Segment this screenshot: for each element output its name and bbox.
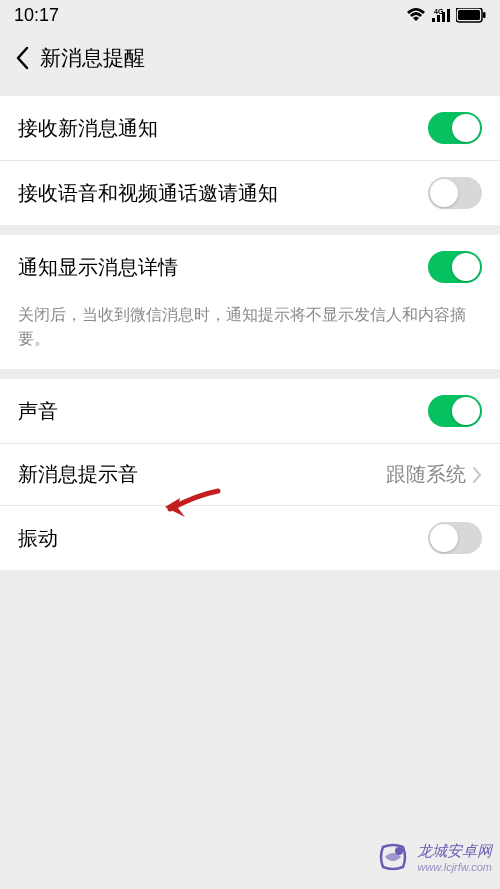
watermark-url: www.lcjrfw.com <box>417 861 492 873</box>
setting-label: 声音 <box>18 400 58 422</box>
chevron-left-icon <box>15 46 29 70</box>
toggle-show-details[interactable] <box>428 251 482 283</box>
status-time: 10:17 <box>14 5 59 26</box>
page-title: 新消息提醒 <box>40 44 145 72</box>
toggle-knob <box>452 253 480 281</box>
wifi-icon <box>406 7 426 23</box>
watermark-name: 龙城安卓网 <box>417 842 492 861</box>
setting-row-show-details[interactable]: 通知显示消息详情 <box>0 235 500 299</box>
setting-row-sound[interactable]: 声音 <box>0 379 500 444</box>
status-icons: 4G <box>406 7 486 23</box>
setting-label: 接收语音和视频通话邀请通知 <box>18 182 278 204</box>
setting-row-alert-tone[interactable]: 新消息提示音 跟随系统 <box>0 444 500 506</box>
setting-label: 振动 <box>18 527 58 549</box>
setting-value: 跟随系统 <box>386 461 466 488</box>
toggle-knob <box>430 179 458 207</box>
settings-section-notifications: 接收新消息通知 接收语音和视频通话邀请通知 <box>0 96 500 225</box>
toggle-vibrate[interactable] <box>428 522 482 554</box>
toggle-sound[interactable] <box>428 395 482 427</box>
section-divider <box>0 86 500 96</box>
setting-row-voice-video[interactable]: 接收语音和视频通话邀请通知 <box>0 161 500 225</box>
svg-rect-4 <box>447 9 450 22</box>
toggle-new-message[interactable] <box>428 112 482 144</box>
setting-row-new-message[interactable]: 接收新消息通知 <box>0 96 500 161</box>
setting-description: 关闭后，当收到微信消息时，通知提示将不显示发信人和内容摘要。 <box>0 299 500 369</box>
watermark-logo-icon <box>375 839 411 875</box>
setting-label: 新消息提示音 <box>18 463 138 485</box>
signal-icon: 4G <box>432 8 450 22</box>
setting-label: 接收新消息通知 <box>18 117 158 139</box>
chevron-right-icon <box>472 466 482 484</box>
svg-rect-1 <box>432 18 435 22</box>
section-divider <box>0 225 500 235</box>
settings-section-sound: 声音 新消息提示音 跟随系统 振动 <box>0 379 500 570</box>
section-divider <box>0 369 500 379</box>
toggle-knob <box>452 397 480 425</box>
toggle-knob <box>430 524 458 552</box>
svg-rect-2 <box>437 15 440 22</box>
back-button[interactable] <box>8 44 36 72</box>
setting-row-vibrate[interactable]: 振动 <box>0 506 500 570</box>
toggle-knob <box>452 114 480 142</box>
toggle-voice-video[interactable] <box>428 177 482 209</box>
setting-label: 通知显示消息详情 <box>18 256 178 278</box>
svg-rect-6 <box>458 10 480 20</box>
status-bar: 10:17 4G <box>0 0 500 30</box>
battery-icon <box>456 8 486 23</box>
svg-rect-7 <box>483 12 486 18</box>
header: 新消息提醒 <box>0 30 500 86</box>
svg-rect-3 <box>442 12 445 22</box>
watermark: 龙城安卓网 www.lcjrfw.com <box>375 839 492 875</box>
settings-section-details: 通知显示消息详情 关闭后，当收到微信消息时，通知提示将不显示发信人和内容摘要。 <box>0 235 500 369</box>
